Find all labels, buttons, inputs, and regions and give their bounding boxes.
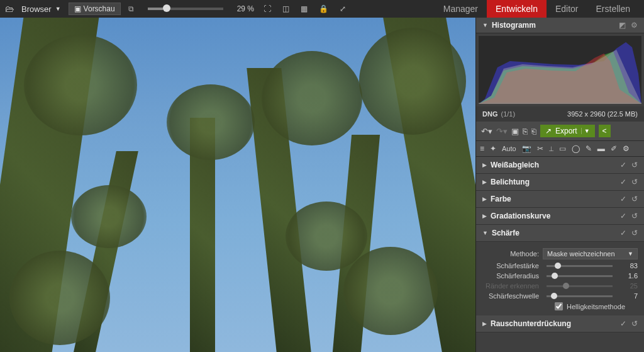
histogram-display bbox=[479, 36, 641, 104]
image-preview bbox=[0, 18, 475, 352]
section-exposure[interactable]: ▶ Belichtung ✓ ↺ bbox=[476, 174, 644, 191]
sharpen-body: Methode: Maske weichzeichnen ▼ Schärfest… bbox=[476, 242, 644, 315]
zoom-thumb[interactable] bbox=[163, 4, 170, 12]
external-icon[interactable]: ⧉ bbox=[128, 4, 134, 13]
camera-icon[interactable]: 📷 bbox=[522, 144, 531, 153]
method-select[interactable]: Maske weichzeichnen ▼ bbox=[543, 248, 638, 259]
check-icon[interactable]: ✓ bbox=[620, 229, 626, 237]
expand-icon: ▶ bbox=[482, 162, 487, 168]
image-canvas[interactable] bbox=[0, 18, 475, 352]
onetoone-icon[interactable]: ◫ bbox=[280, 4, 291, 13]
lock-icon[interactable]: 🔒 bbox=[317, 4, 330, 13]
copy-icon[interactable]: ⎘ bbox=[523, 127, 528, 136]
paste-icon[interactable]: ⎗ bbox=[531, 127, 536, 136]
fit-icon[interactable]: ⛶ bbox=[262, 4, 273, 13]
tab-editor[interactable]: Editor bbox=[547, 0, 587, 18]
crop-icon[interactable]: ✂ bbox=[537, 144, 543, 153]
rect-select-icon[interactable]: ▭ bbox=[559, 144, 566, 153]
zoom-slider[interactable] bbox=[148, 8, 223, 10]
gradient-icon[interactable]: ▬ bbox=[597, 144, 605, 153]
folder-icon[interactable]: 🗁 bbox=[5, 4, 14, 14]
compare-icon[interactable]: ▣ bbox=[511, 127, 519, 136]
chevron-down-icon: ▼ bbox=[628, 251, 633, 257]
section-noise[interactable]: ▶ Rauschunterdrückung ✓ ↺ bbox=[476, 315, 644, 332]
browser-dropdown[interactable]: Browser ▼ bbox=[21, 4, 61, 14]
collapse-icon: ▼ bbox=[482, 230, 488, 236]
edges-label: Ränder erkennen bbox=[482, 282, 539, 290]
brush-icon[interactable]: ✎ bbox=[586, 144, 592, 153]
redo-icon[interactable]: ↷▾ bbox=[496, 127, 508, 136]
collapse-icon: ▼ bbox=[482, 22, 488, 28]
expand-icon: ▶ bbox=[482, 321, 487, 327]
gear-icon[interactable]: ⚙ bbox=[623, 144, 630, 153]
radius-value: 1.6 bbox=[620, 272, 638, 280]
export-label: Export bbox=[555, 127, 577, 135]
histogram-header[interactable]: ▼ Histogramm ◩ ⚙ bbox=[476, 18, 644, 33]
preview-label: Vorschau bbox=[84, 4, 115, 13]
section-white-balance[interactable]: ▶ Weißabgleich ✓ ↺ bbox=[476, 157, 644, 174]
section-sharpen[interactable]: ▼ Schärfe ✓ ↺ bbox=[476, 225, 644, 242]
tab-manager[interactable]: Manager bbox=[435, 0, 487, 18]
check-icon[interactable]: ✓ bbox=[620, 178, 626, 186]
radius-slider[interactable] bbox=[547, 275, 613, 277]
preview-button[interactable]: ▣ Vorschau bbox=[69, 3, 121, 15]
settings-icon[interactable]: ⚙ bbox=[631, 21, 638, 30]
main-area: ▼ Histogramm ◩ ⚙ DNG (1/1) 3952 x 2960 (… bbox=[0, 18, 644, 352]
reset-icon[interactable]: ↺ bbox=[631, 229, 638, 237]
threshold-slider[interactable] bbox=[547, 295, 613, 297]
zoom-percent: 29 % bbox=[237, 4, 254, 13]
file-index: (1/1) bbox=[501, 110, 516, 118]
chevron-down-icon: ▼ bbox=[55, 6, 61, 12]
circle-select-icon[interactable]: ◯ bbox=[572, 144, 580, 153]
share-button[interactable]: < bbox=[599, 125, 611, 137]
check-icon[interactable]: ✓ bbox=[620, 161, 626, 169]
export-arrow-icon: ↗ bbox=[545, 127, 552, 135]
auto-button[interactable]: Auto bbox=[502, 145, 516, 152]
check-icon[interactable]: ✓ bbox=[620, 212, 626, 220]
export-button[interactable]: ↗ Export ▼ bbox=[540, 125, 595, 137]
luminance-checkbox[interactable] bbox=[555, 302, 563, 310]
tool-row: ≡ ✦ Auto 📷 ✂ ⟂ ▭ ◯ ✎ ▬ ✐ ⚙ bbox=[476, 141, 644, 157]
threshold-value: 7 bbox=[620, 292, 638, 300]
strength-slider[interactable] bbox=[547, 265, 613, 267]
straighten-icon[interactable]: ⟂ bbox=[549, 144, 553, 153]
edges-slider bbox=[547, 285, 613, 287]
tab-develop[interactable]: Entwickeln bbox=[487, 0, 547, 18]
reset-icon[interactable]: ↺ bbox=[631, 161, 638, 169]
reset-icon[interactable]: ↺ bbox=[631, 319, 638, 328]
browser-label: Browser bbox=[21, 4, 52, 14]
file-format: DNG bbox=[482, 110, 497, 118]
check-icon[interactable]: ✓ bbox=[620, 319, 626, 328]
histogram-title: Histogramm bbox=[492, 21, 536, 30]
radius-label: Schärferadius bbox=[482, 272, 539, 280]
check-icon[interactable]: ✓ bbox=[620, 195, 626, 203]
reset-icon[interactable]: ↺ bbox=[631, 178, 638, 186]
clipping-icon[interactable]: ◩ bbox=[619, 21, 626, 30]
undo-icon[interactable]: ↶▾ bbox=[481, 127, 492, 136]
expand-icon[interactable]: ⤢ bbox=[338, 4, 348, 13]
right-sidebar: ▼ Histogramm ◩ ⚙ DNG (1/1) 3952 x 2960 (… bbox=[475, 18, 644, 352]
export-dropdown-icon[interactable]: ▼ bbox=[581, 128, 590, 134]
zoom-track bbox=[148, 8, 163, 10]
edges-value: 25 bbox=[620, 282, 638, 290]
strength-label: Schärfestärke bbox=[482, 262, 539, 270]
eyedropper-icon[interactable]: ✐ bbox=[611, 144, 617, 153]
threshold-label: Schärfeschwelle bbox=[482, 292, 539, 300]
main-tabs: Manager Entwickeln Editor Erstellen bbox=[435, 0, 639, 18]
section-color[interactable]: ▶ Farbe ✓ ↺ bbox=[476, 191, 644, 208]
luminance-label: Helligkeitsmethode bbox=[567, 303, 625, 310]
expand-icon: ▶ bbox=[482, 196, 487, 202]
file-info: DNG (1/1) 3952 x 2960 (22.5 MB) bbox=[476, 106, 644, 122]
tab-create[interactable]: Erstellen bbox=[587, 0, 639, 18]
expand-icon: ▶ bbox=[482, 213, 487, 219]
expand-icon: ▶ bbox=[482, 179, 487, 185]
grid-icon[interactable]: ▦ bbox=[299, 4, 309, 13]
wand-icon[interactable]: ✦ bbox=[490, 144, 496, 153]
strength-value: 83 bbox=[620, 262, 638, 270]
reset-icon[interactable]: ↺ bbox=[631, 195, 638, 203]
reset-icon[interactable]: ↺ bbox=[631, 212, 638, 220]
topbar-left: 🗁 Browser ▼ ▣ Vorschau ⧉ 29 % ⛶ ◫ ▦ 🔒 ⤢ bbox=[5, 3, 348, 15]
section-curve[interactable]: ▶ Gradationskurve ✓ ↺ bbox=[476, 208, 644, 225]
method-value: Maske weichzeichnen bbox=[547, 250, 615, 258]
sliders-icon[interactable]: ≡ bbox=[480, 144, 484, 153]
